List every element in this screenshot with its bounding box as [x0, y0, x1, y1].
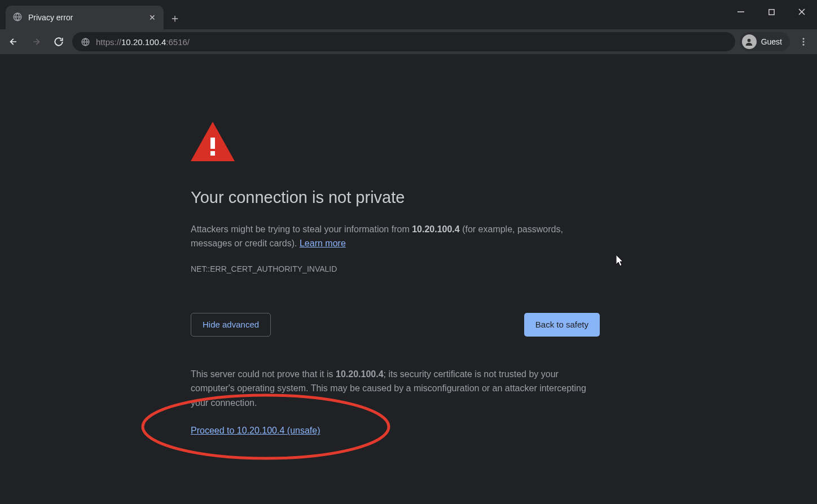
hide-advanced-button[interactable]: Hide advanced — [191, 313, 271, 337]
page-content: Your connection is not private Attackers… — [0, 54, 817, 504]
page-headline: Your connection is not private — [191, 188, 600, 207]
profile-button[interactable]: Guest — [740, 32, 790, 51]
profile-label: Guest — [761, 37, 782, 46]
back-button[interactable] — [5, 33, 23, 51]
reload-button[interactable] — [50, 33, 68, 51]
advanced-details: This server could not prove that it is 1… — [191, 367, 600, 438]
svg-point-7 — [803, 38, 805, 39]
warning-triangle-icon — [191, 122, 600, 163]
forward-button[interactable] — [27, 33, 45, 51]
learn-more-link[interactable]: Learn more — [300, 238, 346, 248]
close-tab-icon[interactable]: ✕ — [148, 13, 157, 22]
new-tab-button[interactable]: ＋ — [164, 7, 186, 29]
close-window-button[interactable] — [787, 0, 817, 24]
svg-rect-2 — [768, 9, 774, 14]
menu-button[interactable] — [794, 33, 812, 51]
window-controls — [726, 0, 817, 24]
minimize-button[interactable] — [726, 0, 756, 24]
browser-toolbar: https://10.20.100.4:6516/ Guest — [0, 29, 817, 54]
browser-tab[interactable]: Privacy error ✕ — [6, 6, 164, 29]
tab-title: Privacy error — [28, 13, 142, 22]
avatar-icon — [742, 34, 757, 49]
svg-rect-12 — [210, 151, 215, 156]
titlebar: Privacy error ✕ ＋ — [0, 0, 817, 29]
svg-rect-11 — [210, 138, 215, 149]
proceed-unsafe-link[interactable]: Proceed to 10.20.100.4 (unsafe) — [191, 426, 320, 435]
back-to-safety-button[interactable]: Back to safety — [524, 313, 600, 337]
maximize-button[interactable] — [756, 0, 787, 24]
cursor-icon — [616, 255, 625, 267]
url-text: https://10.20.100.4:6516/ — [96, 37, 190, 47]
warning-description: Attackers might be trying to steal your … — [191, 223, 600, 251]
globe-icon — [12, 12, 23, 24]
address-bar[interactable]: https://10.20.100.4:6516/ — [72, 32, 735, 51]
globe-icon — [80, 37, 90, 47]
error-code: NET::ERR_CERT_AUTHORITY_INVALID — [191, 264, 600, 273]
svg-point-6 — [748, 38, 751, 42]
svg-point-8 — [803, 41, 805, 43]
svg-point-9 — [803, 44, 805, 46]
